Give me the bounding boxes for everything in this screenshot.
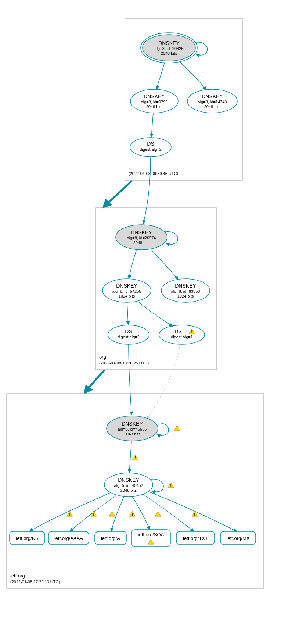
svg-text:DS: DS — [147, 141, 154, 147]
svg-text:2048 bits: 2048 bits — [204, 104, 221, 109]
svg-text:alg=8, id=26974: alg=8, id=26974 — [127, 236, 156, 240]
zone-root-timestamp: (2022-01-08 09:59:45 UTC) — [129, 171, 178, 176]
svg-text:DNSKEY: DNSKEY — [175, 283, 196, 289]
svg-text:alg=8, id=20326: alg=8, id=20326 — [155, 46, 184, 51]
svg-text:alg=8, id=9799: alg=8, id=9799 — [141, 100, 168, 104]
zone-org-timestamp: (2022-01-08 13:20:25 UTC) — [99, 361, 149, 365]
warning-icon — [109, 511, 115, 516]
edge-deleg-root-to-org — [104, 181, 132, 207]
rrset-a[interactable]: ietf.org/A — [95, 531, 126, 545]
svg-text:DNSKEY: DNSKEY — [202, 93, 223, 99]
zone-ietf-name: ietf.org — [10, 573, 25, 579]
node-root-ksk[interactable]: DNSKEY alg=8, id=20326 2048 bits — [141, 33, 197, 63]
svg-text:DNSKEY: DNSKEY — [122, 421, 143, 427]
rrset-txt[interactable]: ietf.org/TXT — [176, 531, 215, 545]
rrset-aaaa[interactable]: ietf.org/AAAA — [48, 531, 89, 545]
edge-deleg-org-to-ietf — [85, 370, 105, 393]
warning-icon — [129, 511, 135, 516]
node-root-zsk-9799[interactable]: DNSKEY alg=8, id=9799 2048 bits — [130, 89, 178, 113]
svg-text:DNSKEY: DNSKEY — [118, 477, 139, 483]
svg-text:digest alg=2: digest alg=2 — [118, 335, 140, 339]
rrset-ns[interactable]: ietf.org/NS — [10, 531, 45, 545]
svg-text:DS: DS — [174, 328, 181, 334]
svg-text:ietf.org/MX: ietf.org/MX — [227, 536, 250, 541]
node-org-ds-alg2[interactable]: DS digest alg=2 — [108, 325, 149, 344]
node-org-ds-alg1[interactable]: DS digest alg=1 — [159, 325, 205, 344]
edge-root-ksk-to-zsk1 — [156, 63, 165, 89]
svg-text:DNSKEY: DNSKEY — [116, 283, 137, 289]
node-ietf-ksk[interactable]: DNSKEY alg=5, id=45586 2048 bits — [107, 416, 158, 441]
svg-text:DNSKEY: DNSKEY — [158, 40, 180, 46]
rrset-soa[interactable]: ietf.org/SOA — [131, 530, 170, 547]
warning-icon — [155, 511, 161, 516]
svg-text:ietf.org/AAAA: ietf.org/AAAA — [54, 536, 83, 541]
edge-ds-root-to-org-ksk — [143, 157, 151, 224]
svg-text:2048 bits: 2048 bits — [133, 241, 150, 245]
edge-org-zsk1-to-ds1 — [127, 303, 128, 325]
zone-root: . (2022-01-08 09:59:45 UTC) DNSKEY alg=8… — [125, 18, 242, 180]
warning-icon — [174, 426, 180, 431]
edge-org-ksk-to-zsk2 — [151, 249, 178, 280]
svg-text:digest alg=2: digest alg=2 — [140, 147, 162, 152]
zone-org: org (2022-01-08 13:20:25 UTC) DNSKEY alg… — [95, 208, 217, 370]
zone-ietf: ietf.org (2022-01-08 17:20:13 UTC) DNSKE… — [7, 394, 264, 588]
edge-ds-alg2-to-ietf-ksk — [129, 344, 131, 415]
svg-text:DNSKEY: DNSKEY — [131, 230, 152, 235]
edge-root-ksk-to-zsk2 — [180, 62, 206, 90]
edge-ietf-ksk-to-zsk — [129, 441, 131, 473]
svg-text:ietf.org/SOA: ietf.org/SOA — [138, 532, 164, 537]
node-org-ksk[interactable]: DNSKEY alg=8, id=26974 2048 bits — [116, 225, 167, 250]
zone-org-name: org — [99, 354, 106, 360]
svg-text:DNSKEY: DNSKEY — [144, 93, 165, 99]
svg-text:alg=8, id=14748: alg=8, id=14748 — [198, 100, 227, 104]
dnssec-chain-diagram: ! . (2022-01-08 09:59:45 UTC) DNSKEY alg… — [0, 0, 292, 644]
edge-root-zsk1-to-ds — [151, 113, 153, 137]
node-root-zsk-14748[interactable]: DNSKEY alg=8, id=14748 2048 bits — [187, 89, 237, 113]
node-org-zsk-54255[interactable]: DNSKEY alg=8, id=54255 1024 bits — [102, 279, 151, 302]
zone-root-name: . — [129, 165, 130, 170]
svg-text:1024 bits: 1024 bits — [177, 294, 194, 298]
node-org-zsk-63858[interactable]: DNSKEY alg=8, id=63858 1024 bits — [161, 279, 210, 302]
svg-text:alg=5, id=40452: alg=5, id=40452 — [114, 483, 143, 488]
warning-icon — [168, 483, 174, 488]
svg-text:2048 bits: 2048 bits — [124, 432, 141, 436]
rrset-mx[interactable]: ietf.org/MX — [220, 531, 256, 545]
edge-zsk-to-mx — [149, 492, 237, 531]
edge-org-zsk1-to-ds2 — [138, 301, 173, 327]
svg-text:ietf.org/A: ietf.org/A — [101, 536, 120, 541]
svg-text:alg=8, id=54255: alg=8, id=54255 — [112, 289, 141, 293]
svg-text:ietf.org/TXT: ietf.org/TXT — [183, 536, 208, 541]
warning-icon — [132, 455, 138, 460]
svg-text:2048 bits: 2048 bits — [146, 104, 163, 109]
node-ietf-zsk[interactable]: DNSKEY alg=5, id=40452 2048 bits — [104, 473, 153, 497]
svg-text:2048 bits: 2048 bits — [120, 488, 137, 492]
svg-text:ietf.org/NS: ietf.org/NS — [16, 536, 39, 541]
svg-text:1024 bits: 1024 bits — [119, 294, 135, 298]
svg-text:alg=8, id=63858: alg=8, id=63858 — [171, 289, 200, 293]
svg-text:digest alg=1: digest alg=1 — [171, 335, 193, 339]
svg-text:alg=5, id=45586: alg=5, id=45586 — [118, 427, 147, 431]
edge-ds-alg1-to-ietf-ksk — [147, 344, 180, 419]
edge-org-ksk-to-zsk1 — [129, 249, 137, 279]
zone-ietf-timestamp: (2022-01-08 17:20:13 UTC) — [10, 580, 60, 584]
edge-zsk-to-soa — [132, 497, 150, 530]
svg-text:2048 bits: 2048 bits — [161, 51, 177, 56]
node-root-ds-org[interactable]: DS digest alg=2 — [130, 138, 171, 157]
svg-text:DS: DS — [125, 328, 132, 334]
